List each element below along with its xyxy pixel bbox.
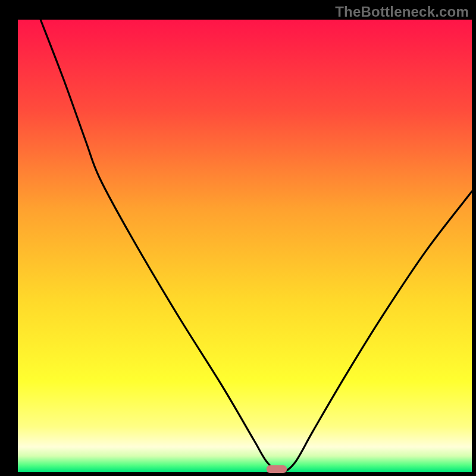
gradient-background [18,20,472,472]
watermark-text: TheBottleneck.com [335,4,469,20]
bottleneck-chart [0,0,476,476]
outer-frame: TheBottleneck.com [0,0,476,476]
optimal-marker [267,465,287,473]
